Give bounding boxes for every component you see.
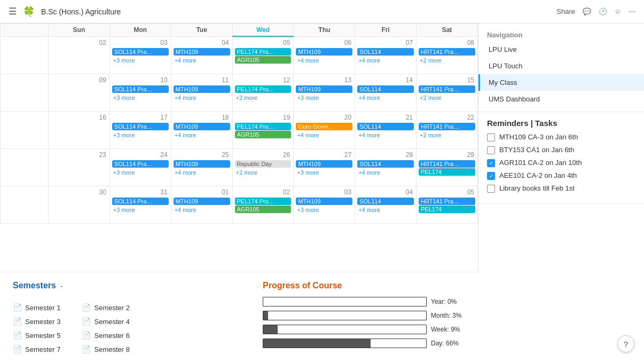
calendar-cell[interactable]: 06MTH109+4 more <box>294 36 355 74</box>
calendar-cell[interactable]: 10SOL114 Pra…+3 more <box>109 74 171 111</box>
event-chip[interactable]: SOL114 <box>357 48 414 56</box>
calendar-cell[interactable]: 31SOL114 Pra…+3 more <box>109 186 171 223</box>
calendar-cell[interactable]: 02 <box>49 36 110 74</box>
menu-icon[interactable]: ☰ <box>9 6 17 17</box>
event-chip[interactable]: PEL174 Pra… <box>235 198 292 205</box>
event-chip[interactable]: PEL174 <box>419 206 475 213</box>
more-events-link[interactable]: +4 more <box>356 57 382 64</box>
more-events-link[interactable]: +2 more <box>234 94 260 101</box>
event-chip[interactable]: MTH109 <box>174 198 230 205</box>
semester-item[interactable]: 📄Semester 4 <box>82 317 129 326</box>
calendar-cell[interactable]: 14SOL114+4 more <box>355 74 417 111</box>
more-events-link[interactable]: +3 more <box>295 169 321 176</box>
calendar-cell[interactable]: 23 <box>49 148 110 186</box>
semester-item[interactable]: 📄Semester 1 <box>13 303 60 312</box>
event-chip[interactable]: PEL174 Pra… <box>235 123 292 130</box>
more-events-link[interactable]: +4 more <box>356 131 382 139</box>
calendar-cell[interactable]: 03SOL114 Pra…+3 more <box>109 36 171 74</box>
calendar-cell[interactable]: 11MTH109+4 more <box>171 74 232 111</box>
event-chip[interactable]: MTH109 <box>296 160 352 168</box>
calendar-cell[interactable]: 28SOL114+4 more <box>355 148 417 186</box>
calendar-cell[interactable]: 22HRT141 Pra…+2 more <box>417 111 478 148</box>
more-events-link[interactable]: +2 more <box>418 131 444 139</box>
event-chip[interactable]: SOL114 Pra… <box>112 85 169 93</box>
calendar-cell[interactable]: 26Republic Day+2 more <box>232 148 294 186</box>
calendar-cell[interactable]: 12PEL174 Pra…+2 more <box>232 74 294 111</box>
event-chip[interactable]: MTH109 <box>174 48 230 56</box>
star-icon[interactable]: ☆ <box>615 7 621 15</box>
more-events-link[interactable]: +3 more <box>295 94 321 101</box>
event-chip[interactable]: SOL114 Pra… <box>112 198 169 205</box>
more-events-link[interactable]: +4 more <box>172 206 199 214</box>
calendar-cell[interactable]: 24SOL114 Pra…+3 more <box>109 148 171 186</box>
calendar-cell[interactable]: 03MTH109+3 more <box>294 186 355 223</box>
calendar-cell[interactable]: 29HRT141 Pra…PEL174 <box>417 148 478 186</box>
reminder-checkbox[interactable] <box>487 133 495 141</box>
event-chip[interactable]: SOL114 <box>357 85 414 93</box>
more-events-link[interactable]: +4 more <box>172 57 199 64</box>
more-events-link[interactable]: +4 more <box>295 131 321 139</box>
history-icon[interactable]: 🕐 <box>599 7 607 15</box>
more-events-link[interactable]: +3 more <box>295 206 321 214</box>
event-chip[interactable]: MTH109 <box>296 198 352 205</box>
share-button[interactable]: Share <box>556 7 575 15</box>
calendar-cell[interactable]: 13MTH109+3 more <box>294 74 355 111</box>
event-chip[interactable]: SOL114 <box>357 198 414 205</box>
event-chip[interactable]: PEL174 <box>419 168 475 176</box>
semester-item[interactable]: 📄Semester 6 <box>82 331 129 340</box>
sidebar-nav-item[interactable]: LPU Live <box>478 41 644 58</box>
event-chip[interactable]: MTH109 <box>174 123 230 130</box>
more-events-link[interactable]: +3 more <box>111 57 137 64</box>
semester-item[interactable]: 📄Semester 7 <box>13 345 60 353</box>
reminder-checkbox[interactable] <box>487 159 495 167</box>
more-events-link[interactable]: +4 more <box>172 94 199 101</box>
event-chip[interactable]: SOL114 Pra… <box>112 123 169 130</box>
calendar-cell[interactable]: 25MTH109+4 more <box>171 148 232 186</box>
sidebar-nav-item[interactable]: LPU Touch <box>478 58 644 74</box>
event-chip[interactable]: HRT141 Pra… <box>419 85 475 93</box>
more-events-link[interactable]: +2 more <box>234 169 260 176</box>
more-events-link[interactable]: +2 more <box>418 94 444 101</box>
event-chip[interactable]: MTH109 <box>174 85 230 93</box>
semester-item[interactable]: 📄Semester 2 <box>82 303 129 312</box>
calendar-cell[interactable]: 17SOL114 Pra…+3 more <box>109 111 171 148</box>
more-events-link[interactable]: +3 more <box>111 206 137 214</box>
help-button[interactable]: ? <box>617 335 634 352</box>
calendar-cell[interactable]: 01MTH109+4 more <box>171 186 232 223</box>
event-chip[interactable]: SOL114 Pra… <box>112 48 169 56</box>
more-events-link[interactable]: +4 more <box>295 57 321 64</box>
event-chip[interactable]: AGR105 <box>235 56 292 64</box>
reminder-checkbox[interactable] <box>487 185 495 193</box>
calendar-cell[interactable]: 02PEL174 Pra…AGR105 <box>232 186 294 223</box>
event-chip[interactable]: MTH109 <box>296 48 352 56</box>
sidebar-nav-item[interactable]: My Class <box>478 74 644 91</box>
more-events-link[interactable]: +4 more <box>356 169 382 176</box>
event-chip[interactable]: PEL174 Pra… <box>235 48 292 56</box>
calendar-cell[interactable]: 15HRT141 Pra…+2 more <box>417 74 478 111</box>
event-chip[interactable]: PEL174 Pra… <box>235 85 292 93</box>
event-chip[interactable]: AGR105 <box>235 206 292 213</box>
reminder-checkbox[interactable] <box>487 146 495 154</box>
more-events-link[interactable]: +3 more <box>111 94 137 101</box>
calendar-cell[interactable]: 30 <box>49 186 110 223</box>
more-events-link[interactable]: +4 more <box>356 206 382 214</box>
calendar-cell[interactable]: 18MTH109+4 more <box>171 111 232 148</box>
calendar-cell[interactable]: 20Guru Govin…+4 more <box>294 111 355 148</box>
more-events-link[interactable]: +4 more <box>172 169 199 176</box>
calendar-cell[interactable]: 19PEL174 Pra…AGR105 <box>232 111 294 148</box>
event-chip[interactable]: Guru Govin… <box>296 123 352 130</box>
calendar-cell[interactable]: 16 <box>49 111 110 148</box>
calendar-cell[interactable]: 09 <box>49 74 110 111</box>
more-events-link[interactable]: +4 more <box>172 131 199 139</box>
reminder-checkbox[interactable] <box>487 172 495 180</box>
calendar-cell[interactable]: 05PEL174 Pra…AGR105 <box>232 36 294 74</box>
calendar-cell[interactable]: 27MTH109+3 more <box>294 148 355 186</box>
event-chip[interactable]: Republic Day <box>235 160 292 168</box>
calendar-cell[interactable]: 04SOL114+4 more <box>355 186 417 223</box>
event-chip[interactable]: HRT141 Pra… <box>419 48 475 56</box>
calendar-cell[interactable]: 07SOL114+4 more <box>355 36 417 74</box>
calendar-cell[interactable]: 21SOL114+4 more <box>355 111 417 148</box>
more-events-link[interactable]: +3 more <box>111 131 137 139</box>
event-chip[interactable]: HRT141 Pra… <box>419 123 475 130</box>
event-chip[interactable]: MTH109 <box>296 85 352 93</box>
